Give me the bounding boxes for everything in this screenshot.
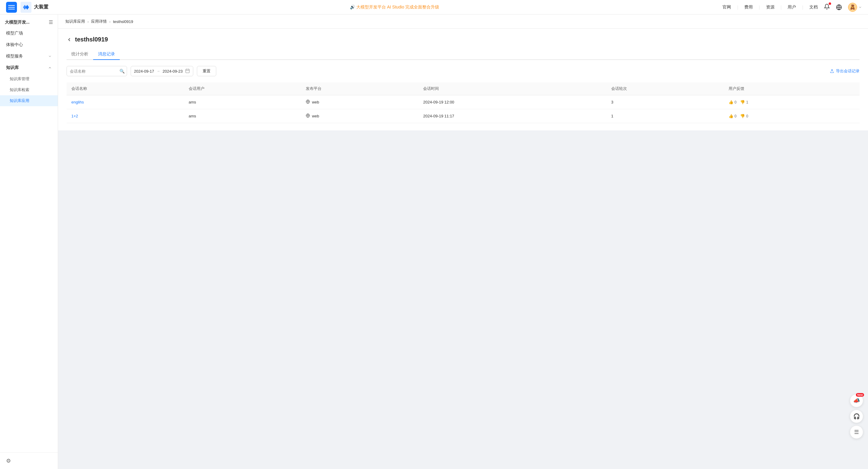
- nav-link-ziyuan[interactable]: 资源: [766, 4, 775, 10]
- nav-link-feiyong[interactable]: 费用: [744, 4, 753, 10]
- thumbs-down-icon: 👎: [740, 114, 745, 118]
- col-header-rounds: 会话轮次: [607, 82, 724, 95]
- sidebar-section-label-text: 知识库: [6, 65, 19, 70]
- chevron-down-icon: [48, 55, 52, 58]
- float-btn-headset[interactable]: 🎧: [850, 410, 863, 423]
- filter-row: 🔍 2024-09-17 → 2024-09-23: [66, 66, 860, 76]
- cell-user: ams: [184, 95, 301, 109]
- sidebar-menu-icon[interactable]: ☰: [49, 19, 53, 25]
- navbar-right: 官网 | 费用 | 资源 | 用户 | 文档 🧸: [722, 3, 862, 12]
- thumbs-down-icon: 👎: [740, 100, 745, 105]
- cell-feedback: 👍 0 👎 1: [724, 95, 860, 109]
- svg-rect-3: [186, 69, 189, 72]
- sidebar-item-kb-app[interactable]: 知识库应用: [0, 95, 58, 106]
- thumbs-down-count: 0: [746, 114, 748, 118]
- sidebar-item-label: 模型广场: [6, 31, 23, 36]
- platform-globe-icon: [306, 99, 310, 105]
- breadcrumb-link-1[interactable]: 知识库应用: [65, 19, 85, 24]
- sidebar-sub-item-label: 知识库管理: [10, 77, 29, 81]
- sidebar-sub-item-label: 知识库应用: [10, 98, 29, 103]
- nav-link-yonghu[interactable]: 用户: [787, 4, 796, 10]
- cell-user: ams: [184, 109, 301, 123]
- language-switcher[interactable]: [836, 4, 842, 10]
- sidebar-section-knowledge[interactable]: 知识库: [0, 62, 58, 74]
- main-layout: 大模型开发... ☰ 模型广场 体验中心 模型服务 知识库 知识库管理 知识库检…: [0, 14, 868, 469]
- date-range-picker[interactable]: 2024-09-17 → 2024-09-23: [131, 66, 193, 76]
- notification-bell[interactable]: [824, 4, 830, 10]
- float-sidebar: 📣 New 🎧 ☰: [850, 394, 863, 439]
- table-header-row: 会话名称 会话用户 发布平台 会话时间 会话轮次 用户反馈: [66, 82, 860, 95]
- megaphone-icon: 📣: [853, 397, 860, 404]
- back-button[interactable]: [66, 37, 72, 42]
- thumbs-up-count: 0: [735, 114, 737, 118]
- hamburger-icon: [8, 4, 15, 10]
- platform-globe-icon: [306, 114, 310, 119]
- calendar-svg: [185, 68, 190, 73]
- sidebar-bottom: ⚙: [0, 452, 58, 469]
- page-content: testhsl0919 统计分析 消息记录 🔍 2024-09-17 → 202…: [58, 29, 868, 130]
- thumbs-up-icon: 👍: [728, 100, 734, 105]
- content-area: 知识库应用 › 应用详情 › testhsl0919 testhsl0919 统…: [58, 14, 868, 469]
- tab-messages[interactable]: 消息记录: [93, 49, 120, 60]
- float-btn-megaphone[interactable]: 📣 New: [850, 394, 863, 407]
- export-button[interactable]: 导出会话记录: [830, 68, 860, 74]
- notification-badge: [829, 2, 831, 5]
- date-from: 2024-09-17: [134, 69, 154, 74]
- sidebar: 大模型开发... ☰ 模型广场 体验中心 模型服务 知识库 知识库管理 知识库检…: [0, 14, 58, 469]
- navbar-announcement: 🔊 大模型开发平台 AI Studio 完成全面整合升级: [66, 4, 722, 10]
- col-header-user: 会话用户: [184, 82, 301, 95]
- cell-time: 2024-09-19 11:17: [418, 109, 607, 123]
- reset-button[interactable]: 重置: [197, 66, 216, 76]
- user-avatar[interactable]: 🧸: [848, 3, 862, 12]
- conversation-link[interactable]: englihs: [71, 100, 84, 105]
- sidebar-item-model-plaza[interactable]: 模型广场: [0, 28, 58, 39]
- globe-icon: [836, 4, 842, 10]
- announcement-text: 🔊 大模型开发平台 AI Studio 完成全面整合升级: [350, 4, 439, 10]
- cell-platform: web: [301, 95, 418, 109]
- logo-icon: [21, 2, 31, 13]
- list-icon: ☰: [854, 429, 859, 435]
- cell-name: englihs: [66, 95, 184, 109]
- search-wrap: 🔍: [66, 66, 127, 76]
- navbar-left: 大装置: [6, 2, 66, 13]
- calendar-icon[interactable]: [185, 68, 190, 74]
- sidebar-sub-item-label: 知识库检索: [10, 87, 29, 92]
- col-header-platform: 发布平台: [301, 82, 418, 95]
- breadcrumb-current: testhsl0919: [113, 19, 133, 24]
- search-input[interactable]: [66, 66, 127, 76]
- date-range-arrow: →: [157, 69, 160, 73]
- sidebar-item-experience-center[interactable]: 体验中心: [0, 39, 58, 51]
- cell-time: 2024-09-19 12:00: [418, 95, 607, 109]
- table-row: englihs ams web 2024-09-19 12:00 3: [66, 95, 860, 109]
- thumbs-up-count: 0: [735, 100, 737, 105]
- tab-stats[interactable]: 统计分析: [66, 49, 93, 60]
- sidebar-header: 大模型开发... ☰: [0, 14, 58, 28]
- conversation-link[interactable]: 1+2: [71, 114, 78, 118]
- back-arrow-icon: [66, 37, 72, 42]
- cell-platform: web: [301, 109, 418, 123]
- sidebar-item-kb-management[interactable]: 知识库管理: [0, 74, 58, 84]
- sidebar-item-kb-search[interactable]: 知识库检索: [0, 84, 58, 95]
- sidebar-item-label: 模型服务: [6, 54, 23, 59]
- top-navbar: 大装置 🔊 大模型开发平台 AI Studio 完成全面整合升级 官网 | 费用…: [0, 0, 868, 14]
- search-icon[interactable]: 🔍: [120, 69, 125, 74]
- sidebar-item-label: 体验中心: [6, 42, 23, 48]
- breadcrumb-link-2[interactable]: 应用详情: [91, 19, 107, 24]
- conversations-table: 会话名称 会话用户 发布平台 会话时间 会话轮次 用户反馈 englihs am…: [66, 82, 860, 123]
- thumbs-down-count: 1: [746, 100, 748, 105]
- chevron-up-icon: [48, 66, 52, 69]
- hamburger-button[interactable]: [6, 2, 17, 13]
- headset-icon: 🎧: [853, 413, 860, 420]
- logo-area: 大装置: [21, 2, 49, 13]
- nav-link-wendang[interactable]: 文档: [809, 4, 818, 10]
- platform-name: web: [312, 100, 319, 105]
- settings-icon[interactable]: ⚙: [6, 458, 11, 464]
- float-btn-list[interactable]: ☰: [850, 426, 863, 439]
- nav-link-guanwang[interactable]: 官网: [722, 4, 731, 10]
- date-to: 2024-09-23: [163, 69, 183, 74]
- col-header-feedback: 用户反馈: [724, 82, 860, 95]
- sidebar-item-model-service[interactable]: 模型服务: [0, 51, 58, 62]
- table-row: 1+2 ams web 2024-09-19 11:17 1: [66, 109, 860, 123]
- cell-rounds: 1: [607, 109, 724, 123]
- col-header-time: 会话时间: [418, 82, 607, 95]
